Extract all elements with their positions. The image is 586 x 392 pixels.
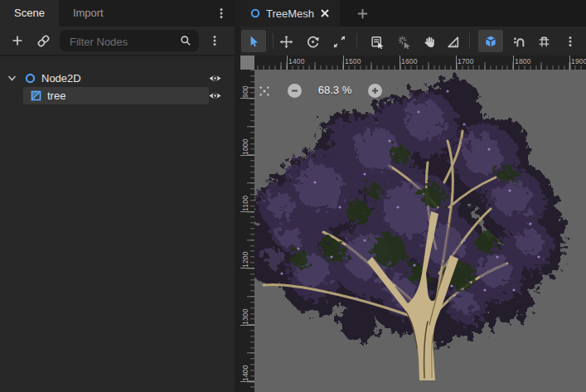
- viewport-toolbar: [240, 27, 586, 56]
- ruler-tick-label: 1100: [240, 186, 250, 211]
- node-label: tree: [47, 87, 65, 104]
- visibility-eye-button[interactable]: [208, 73, 222, 84]
- ruler-tick-label: 1800: [515, 57, 531, 65]
- scene-tree: Node2D tree: [0, 56, 235, 392]
- pan-tool-button[interactable]: [420, 33, 437, 50]
- kebab-icon: [208, 34, 221, 47]
- add-node-button[interactable]: [9, 32, 26, 49]
- rotate-icon: [306, 35, 320, 49]
- scene-dock-toolbar: [0, 27, 235, 56]
- ruler-icon: [446, 35, 460, 49]
- scene-dock: Scene Import: [0, 0, 235, 392]
- ruler-tick-label: 1900: [571, 57, 586, 65]
- magnet-icon: [512, 35, 526, 49]
- scene-tab-treemesh[interactable]: TreeMesh: [240, 0, 340, 27]
- zoom-controls: 68.3 %: [254, 70, 586, 103]
- minus-icon: [290, 86, 299, 95]
- click-select-button[interactable]: [395, 33, 412, 50]
- tab-import[interactable]: Import: [59, 0, 118, 27]
- chevron-down-icon[interactable]: [7, 75, 17, 82]
- zoom-out-button[interactable]: [288, 84, 302, 98]
- hand-icon: [422, 35, 436, 49]
- ruler-tick-label: 1400: [288, 57, 305, 65]
- viewport-canvas[interactable]: 68.3 %: [254, 70, 586, 392]
- mesh-cube-icon: [484, 35, 497, 48]
- vertical-ruler: 900 1000 1100 1200 1300 1400: [240, 70, 254, 392]
- ruler-tool-button[interactable]: [444, 33, 461, 50]
- move-icon: [279, 35, 293, 49]
- zoom-in-button[interactable]: [368, 84, 382, 98]
- tree-sprite: [254, 70, 586, 392]
- select-tool-button[interactable]: [241, 30, 266, 52]
- rotate-tool-button[interactable]: [304, 33, 321, 50]
- grid-snap-icon: [537, 35, 551, 49]
- move-tool-button[interactable]: [278, 33, 294, 50]
- center-view-button[interactable]: [258, 85, 271, 98]
- horizontal-ruler: 1400 1500 1600 1700 1800 1900: [240, 56, 586, 70]
- ruler-tick-label: 1200: [240, 243, 250, 268]
- ruler-tick-label: 900: [240, 73, 250, 98]
- main-editor-area: TreeMesh: [240, 0, 586, 392]
- dock-tab-bar: Scene Import: [0, 0, 235, 27]
- toolbar-separator: [469, 33, 470, 49]
- scene-tab-bar: TreeMesh: [240, 0, 586, 27]
- plus-icon: [356, 7, 369, 20]
- grid-snap-button[interactable]: [535, 33, 552, 50]
- link-icon: [36, 34, 51, 48]
- instance-scene-button[interactable]: [35, 32, 51, 49]
- close-icon[interactable]: [320, 8, 330, 18]
- search-icon: [179, 34, 192, 47]
- snap-options-button[interactable]: [564, 33, 577, 50]
- scale-icon: [332, 35, 346, 49]
- ruler-tick-label: 1600: [401, 57, 418, 65]
- node2d-circle-icon: [250, 8, 260, 18]
- list-select-button[interactable]: [369, 33, 385, 50]
- mesh-menu-button[interactable]: [478, 30, 503, 52]
- plus-icon: [11, 34, 24, 47]
- tab-scene[interactable]: Scene: [0, 0, 59, 27]
- ruler-tick-label: 1000: [240, 130, 250, 155]
- ruler-tick-label: 1400: [240, 356, 250, 381]
- dock-extra-menu-button[interactable]: [206, 32, 223, 49]
- plus-icon: [370, 86, 380, 95]
- center-view-icon: [258, 85, 271, 98]
- scale-tool-button[interactable]: [331, 33, 347, 50]
- ruler-tick-label: 1700: [458, 57, 474, 65]
- ruler-tick-label: 1500: [345, 57, 361, 65]
- filter-nodes-input[interactable]: [68, 30, 177, 53]
- smart-snap-button[interactable]: [511, 33, 527, 50]
- zoom-percentage[interactable]: 68.3 %: [308, 84, 362, 96]
- kebab-icon: [215, 7, 228, 20]
- toolbar-separator: [356, 33, 357, 49]
- viewport-area: 1400 1500 1600 1700 1800 1900 900 1000 1…: [240, 56, 586, 392]
- dock-menu-button[interactable]: [215, 7, 228, 20]
- kebab-icon: [564, 35, 577, 48]
- ruler-corner: [240, 56, 254, 70]
- node2d-circle-icon: [25, 73, 36, 84]
- ruler-tick-label: 1300: [240, 300, 250, 325]
- tree-row-node2d[interactable]: Node2D: [0, 70, 235, 87]
- toolbar-separator: [273, 33, 274, 49]
- scene-tab-label: TreeMesh: [266, 7, 314, 20]
- mesh-instance-icon: [31, 90, 41, 101]
- node-label: Node2D: [41, 70, 81, 87]
- visibility-eye-button[interactable]: [208, 90, 222, 101]
- new-scene-tab-button[interactable]: [348, 0, 376, 27]
- list-select-icon: [370, 35, 385, 49]
- select-arrow-icon: [247, 35, 260, 48]
- position-select-icon: [397, 35, 411, 49]
- tree-row-tree[interactable]: tree: [0, 87, 235, 104]
- filter-nodes-box: [60, 30, 199, 51]
